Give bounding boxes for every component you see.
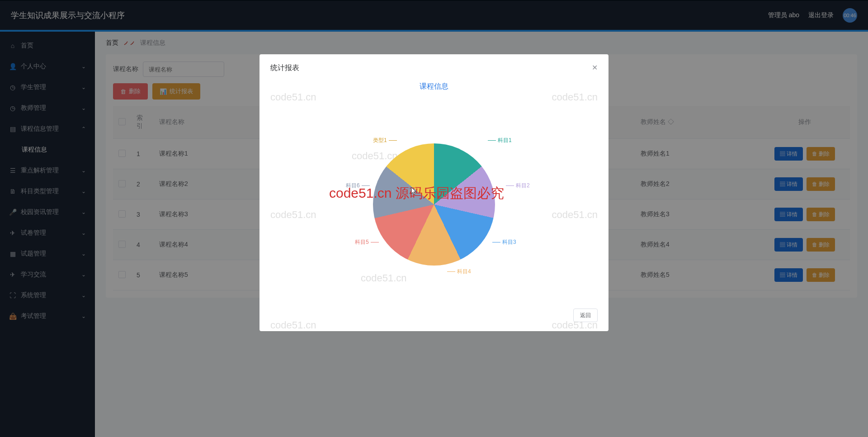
- modal-title: 统计报表: [270, 63, 598, 73]
- slice-label: 科目6: [346, 182, 372, 190]
- slice-label: 类型1: [373, 137, 399, 144]
- watermark: code51.cn: [361, 272, 407, 284]
- watermark: code51.cn: [270, 209, 316, 221]
- pie-chart: code51.cn code51.cn code51.cn code51.cn …: [270, 105, 598, 304]
- slice-label: 科目2: [504, 182, 530, 190]
- stats-modal: 统计报表 ✕ 课程信息 code51.cn code51.cn code51.c…: [259, 54, 609, 331]
- slice-label: 科目5: [355, 238, 381, 246]
- chart-title: 课程信息: [270, 82, 598, 91]
- close-icon[interactable]: ✕: [592, 63, 598, 72]
- back-button[interactable]: 返回: [573, 309, 598, 322]
- slice-label: 科目3: [491, 238, 516, 246]
- watermark: code51.cn: [270, 91, 316, 103]
- watermark: code51.cn: [552, 91, 598, 103]
- modal-overlay[interactable]: 统计报表 ✕ 课程信息 code51.cn code51.cn code51.c…: [0, 0, 868, 437]
- slice-label: 科目4: [445, 268, 471, 276]
- pie-graphic: [373, 143, 495, 266]
- slice-label: 科目1: [486, 137, 512, 144]
- watermark: code51.cn: [552, 209, 598, 221]
